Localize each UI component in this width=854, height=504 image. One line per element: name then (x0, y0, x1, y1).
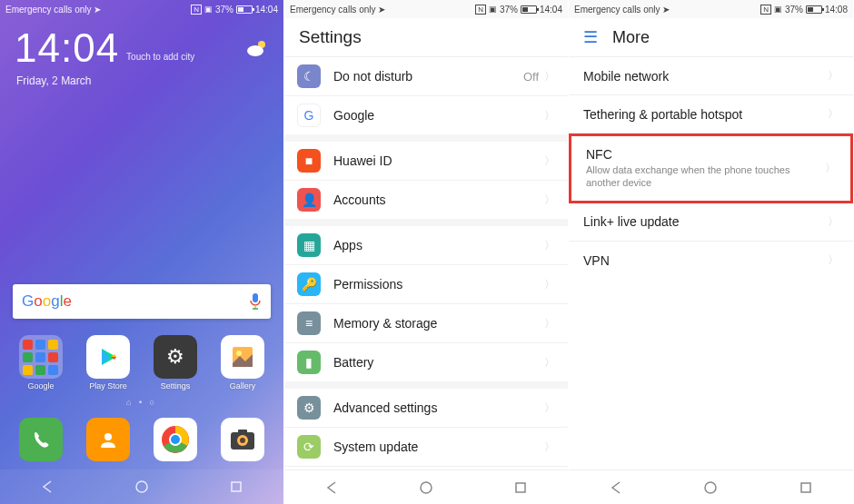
battery-icon (236, 5, 253, 14)
battery-save-icon: ▣ (204, 5, 213, 14)
app-contacts[interactable] (79, 418, 137, 464)
play-icon (86, 335, 130, 379)
recent-button[interactable] (502, 475, 539, 500)
more-list[interactable]: Mobile network〉Tethering & portable hots… (569, 57, 853, 469)
settings-item-about[interactable]: ⓘAbout phone〉 (284, 467, 568, 469)
carrier-text: Emergency calls only (5, 5, 91, 15)
chevron-right-icon: 〉 (544, 440, 555, 455)
date-text: Friday, 2 March (0, 74, 283, 87)
item-label: Apps (333, 238, 544, 252)
app-play-store[interactable]: Play Store (79, 335, 137, 390)
chevron-right-icon: 〉 (544, 400, 555, 416)
battery-pct: 37% (215, 5, 233, 15)
app-gallery[interactable]: Gallery (214, 335, 272, 390)
nav-bar (284, 469, 568, 504)
app-label: Gallery (230, 381, 256, 390)
recent-button[interactable] (788, 475, 824, 500)
home-button[interactable] (692, 475, 729, 500)
battery-save-icon: ▣ (489, 5, 497, 14)
more-screen: Emergency calls only ➤ N ▣ 37% 14:08 ☰ M… (569, 0, 853, 504)
huawei-icon: ■ (297, 149, 321, 173)
app-label: Google (27, 381, 54, 390)
nfc-icon: N (475, 5, 486, 15)
app-row-1: Google Play Store ⚙ Settings Gallery (0, 330, 283, 396)
settings-item-perm[interactable]: 🔑Permissions〉 (284, 265, 568, 304)
item-label: Do not disturb (333, 69, 523, 84)
app-phone[interactable] (12, 418, 70, 464)
status-bar: Emergency calls only ➤ N ▣ 37% 14:04 (0, 0, 283, 18)
settings-item-apps[interactable]: ▦Apps〉 (284, 226, 568, 265)
status-time: 14:04 (540, 5, 562, 15)
gear-icon: ⚙ (154, 335, 197, 379)
app-chrome[interactable] (146, 418, 204, 464)
recent-button[interactable] (218, 474, 254, 499)
settings-item-update[interactable]: ⟳System update〉 (284, 428, 568, 467)
item-subtitle: Allow data exchange when the phone touch… (586, 163, 825, 190)
chevron-right-icon: 〉 (544, 69, 555, 84)
item-label: Huawei ID (333, 153, 544, 168)
signal-icon: ➤ (662, 5, 670, 15)
app-google-folder[interactable]: Google (12, 335, 70, 390)
more-item-mobile-network[interactable]: Mobile network〉 (569, 57, 853, 95)
battery-icon (806, 5, 822, 14)
update-icon: ⟳ (297, 435, 321, 459)
dnd-icon: ☾ (297, 64, 321, 88)
home-button[interactable] (408, 475, 444, 500)
carrier-text: Emergency calls only (574, 5, 660, 15)
more-item-nfc[interactable]: NFCAllow data exchange when the phone to… (569, 133, 853, 203)
add-city-text[interactable]: Touch to add city (126, 52, 194, 62)
settings-item-memory[interactable]: ≡Memory & storage〉 (284, 304, 568, 343)
more-item-tethering-portable-hotspot[interactable]: Tethering & portable hotspot〉 (569, 95, 853, 133)
folder-icon (19, 335, 63, 379)
item-label: System update (333, 440, 544, 454)
dock-row (0, 412, 283, 469)
chevron-right-icon: 〉 (544, 355, 555, 371)
nfc-icon: N (191, 5, 202, 15)
mic-icon[interactable] (249, 293, 262, 310)
chevron-right-icon: 〉 (544, 153, 555, 169)
accounts-icon: 👤 (297, 188, 321, 212)
settings-item-google[interactable]: GGoogle〉 (284, 96, 568, 134)
camera-icon (221, 418, 264, 461)
google-search-bar[interactable]: Google (13, 284, 271, 319)
settings-item-huawei[interactable]: ■Huawei ID〉 (284, 142, 568, 181)
apps-icon: ▦ (297, 233, 321, 257)
settings-item-accounts[interactable]: 👤Accounts〉 (284, 181, 568, 219)
svg-point-10 (171, 435, 180, 444)
menu-icon[interactable]: ☰ (583, 27, 598, 47)
home-screen: Emergency calls only ➤ N ▣ 37% 14:04 14:… (0, 0, 284, 504)
nfc-icon: N (760, 5, 771, 15)
clock-widget[interactable]: 14:04 Touch to add city (0, 18, 283, 74)
chevron-right-icon: 〉 (544, 277, 555, 292)
signal-icon: ➤ (94, 5, 101, 15)
weather-icon[interactable] (245, 38, 269, 58)
settings-list[interactable]: ☾Do not disturbOff〉GGoogle〉■Huawei ID〉👤A… (284, 57, 568, 469)
settings-item-dnd[interactable]: ☾Do not disturbOff〉 (284, 57, 568, 96)
gallery-icon (221, 335, 264, 379)
status-time: 14:04 (255, 5, 278, 15)
status-bar: Emergency calls only ➤ N ▣ 37% 14:04 (284, 0, 568, 18)
settings-item-advanced[interactable]: ⚙Advanced settings〉 (284, 389, 568, 428)
svg-rect-20 (801, 483, 810, 492)
settings-item-battery[interactable]: ▮Battery〉 (284, 343, 568, 381)
app-settings[interactable]: ⚙ Settings (146, 335, 204, 390)
status-time: 14:08 (825, 5, 848, 15)
back-button[interactable] (313, 475, 350, 500)
back-button[interactable] (598, 475, 634, 500)
item-label: Google (333, 108, 544, 123)
app-camera[interactable] (214, 418, 272, 464)
item-label: Accounts (333, 193, 544, 207)
advanced-icon: ⚙ (297, 396, 321, 420)
svg-point-7 (104, 433, 112, 440)
chrome-icon (154, 418, 197, 461)
back-button[interactable] (29, 474, 65, 499)
battery-pct: 37% (785, 5, 803, 15)
item-label: Advanced settings (333, 400, 544, 415)
page-indicator: ⌂ • ○ (0, 396, 283, 412)
signal-icon: ➤ (378, 5, 385, 15)
more-title: More (612, 28, 650, 47)
more-item-vpn[interactable]: VPN〉 (569, 242, 853, 280)
more-item-link-live-update[interactable]: Link+ live update〉 (569, 203, 853, 242)
chevron-right-icon: 〉 (544, 193, 555, 208)
home-button[interactable] (124, 474, 160, 499)
